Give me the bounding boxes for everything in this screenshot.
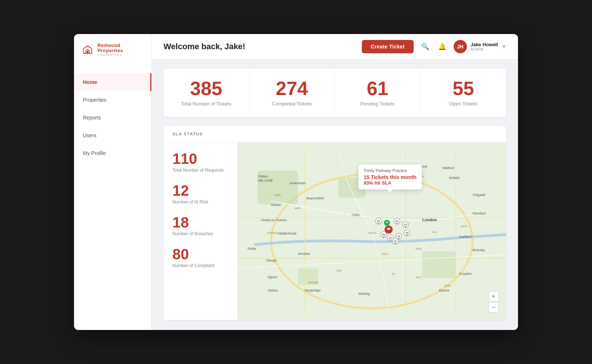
svg-text:Beaconsfield: Beaconsfield: [306, 197, 324, 200]
svg-text:Egham: Egham: [268, 276, 278, 279]
svg-text:A404(M): A404(M): [267, 231, 278, 235]
svg-text:A404: A404: [295, 206, 301, 210]
svg-text:A12: A12: [432, 230, 437, 234]
sla-total-label: Total Number of Requests: [172, 168, 228, 173]
avatar: JH: [454, 40, 467, 53]
sidebar: Redwood Properties Properties Home Prope…: [74, 34, 152, 330]
sla-stat-breaches: 18 Number of Breaches: [172, 215, 228, 236]
svg-text:Bromley: Bromley: [472, 248, 485, 252]
svg-text:Epsom: Epsom: [439, 289, 450, 292]
user-menu[interactable]: JH Jake Howell ADMIN ▼: [454, 40, 506, 53]
top-header: Welcome back, Jake! Create Ticket 🔍 🔔 JH…: [152, 34, 518, 60]
nav-menu: Home Properties Reports Users My Profile: [74, 66, 151, 169]
popup-tickets: 15 Tickets this month: [364, 174, 417, 180]
stat-pending-value: 61: [344, 79, 411, 98]
sla-at-risk-label: Number of At Risk: [172, 199, 228, 205]
svg-text:A217: A217: [416, 276, 422, 279]
svg-text:A355: A355: [275, 193, 281, 197]
user-name: Jake Howell: [471, 42, 498, 47]
svg-text:Chiltern: Chiltern: [258, 175, 268, 178]
sla-title: SLA STATUS: [164, 126, 506, 142]
sla-body: 110 Total Number of Requests 12 Number o…: [164, 142, 506, 320]
svg-text:Colne: Colne: [352, 213, 360, 217]
svg-text:London: London: [422, 218, 437, 222]
svg-text:Croydon: Croydon: [459, 272, 472, 276]
stat-pending-tickets: 61 Pending Tickets: [335, 68, 421, 117]
sidebar-item-my-profile[interactable]: My Profile: [74, 144, 151, 162]
app-window: Redwood Properties Properties Home Prope…: [74, 34, 518, 330]
svg-text:A3113: A3113: [369, 231, 376, 235]
svg-text:A312: A312: [382, 252, 388, 256]
sla-stat-at-risk: 12 Number of At Risk: [172, 183, 228, 205]
stat-open-value: 55: [430, 79, 498, 98]
logo-icon: [81, 43, 94, 57]
svg-text:Hills AONB: Hills AONB: [258, 179, 273, 182]
sla-section: SLA STATUS 110 Total Number of Requests …: [164, 126, 506, 320]
svg-text:A246: A246: [444, 284, 451, 287]
bell-icon: 🔔: [438, 43, 446, 51]
sla-total-value: 110: [172, 151, 228, 166]
brand-name: Redwood Properties: [97, 43, 144, 54]
sla-breaches-value: 18: [172, 215, 228, 230]
svg-text:Maidenhead: Maidenhead: [278, 232, 296, 235]
create-ticket-button[interactable]: Create Ticket: [362, 40, 414, 53]
user-role: ADMIN: [471, 47, 498, 51]
header-actions: Create Ticket 🔍 🔔 JH Jake Howell ADMIN ▼: [362, 40, 506, 53]
notifications-button[interactable]: 🔔: [437, 41, 448, 52]
sidebar-item-reports[interactable]: Reports: [74, 109, 151, 127]
stats-row: 385 Total Number of Tickets 274 Complete…: [164, 68, 506, 117]
stat-pending-label: Pending Tickets: [344, 101, 411, 107]
svg-text:Dartford: Dartford: [459, 235, 471, 239]
sla-compliant-value: 80: [172, 247, 228, 262]
stat-completed-tickets: 274 Completed Tickets: [249, 68, 335, 117]
map-popup: Trinity Parkway Practice 15 Tickets this…: [359, 165, 422, 189]
popup-location-name: Trinity Parkway Practice: [364, 168, 417, 173]
svg-rect-1: [87, 51, 89, 53]
sla-breaches-label: Number of Breaches: [172, 231, 228, 236]
sidebar-item-users[interactable]: Users: [74, 127, 151, 144]
stat-open-label: Open Tickets: [430, 101, 498, 107]
zoom-out-button[interactable]: −: [488, 302, 499, 313]
svg-rect-6: [422, 251, 456, 278]
stat-total-tickets: 385 Total Number of Tickets: [164, 68, 249, 117]
svg-text:Woking: Woking: [359, 292, 370, 296]
stat-total-label: Total Number of Tickets: [172, 101, 240, 107]
popup-sla: 93% hit SLA: [364, 180, 417, 186]
welcome-heading: Welcome back, Jake!: [164, 42, 245, 51]
svg-text:A3: A3: [392, 272, 395, 276]
svg-text:Romford: Romford: [472, 212, 485, 215]
zoom-in-button[interactable]: +: [488, 291, 499, 301]
svg-text:A314: A314: [416, 247, 422, 250]
sla-at-risk-value: 12: [172, 183, 228, 198]
sla-stat-total: 110 Total Number of Requests: [172, 151, 228, 173]
svg-text:Henley-on-Thames: Henley-on-Thames: [261, 219, 287, 222]
chevron-down-icon: ▼: [502, 44, 506, 49]
sla-compliant-label: Number of Compliant: [172, 263, 228, 268]
svg-text:Windsor: Windsor: [298, 252, 310, 256]
logo-area: Redwood Properties Properties: [74, 34, 151, 66]
sla-stats-panel: 110 Total Number of Requests 12 Number o…: [164, 142, 238, 320]
svg-text:Earley: Earley: [248, 247, 256, 250]
svg-text:Marlow: Marlow: [271, 203, 281, 207]
zoom-controls: + −: [488, 291, 499, 313]
sidebar-item-properties[interactable]: Properties: [74, 91, 151, 109]
stat-completed-value: 274: [258, 79, 326, 98]
avatar-initials: JH: [457, 44, 464, 50]
svg-text:Chigwell: Chigwell: [472, 193, 485, 197]
search-icon: 🔍: [421, 43, 429, 51]
svg-text:Weybridge: Weybridge: [305, 289, 321, 292]
sidebar-item-home[interactable]: Home: [74, 73, 151, 91]
map-container[interactable]: Enfield Chigwell Romford Dartford Boreha…: [238, 142, 506, 320]
svg-text:A30: A30: [337, 269, 342, 272]
stat-total-value: 385: [172, 79, 240, 98]
svg-text:Enfield: Enfield: [449, 176, 460, 180]
svg-text:Staines: Staines: [268, 289, 278, 292]
svg-text:Watford: Watford: [443, 166, 454, 170]
logo-text: Redwood Properties Properties: [97, 43, 144, 57]
svg-text:A329(M): A329(M): [308, 281, 319, 284]
svg-text:A253: A253: [461, 225, 467, 228]
stat-completed-label: Completed Tickets: [258, 101, 326, 107]
user-info: Jake Howell ADMIN: [471, 42, 498, 51]
search-button[interactable]: 🔍: [420, 41, 431, 52]
page-content: 385 Total Number of Tickets 274 Complete…: [152, 60, 518, 330]
